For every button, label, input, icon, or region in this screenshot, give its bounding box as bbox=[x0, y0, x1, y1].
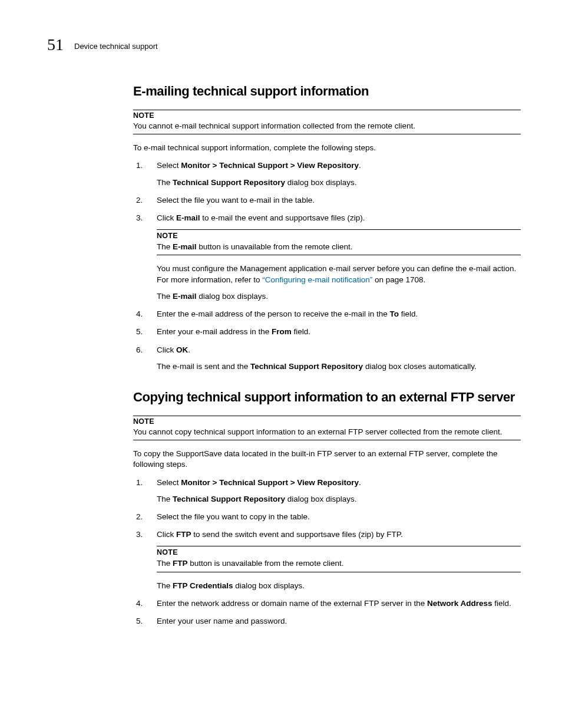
text: dialog box displays. bbox=[233, 581, 305, 590]
button-name: OK bbox=[176, 345, 188, 354]
text: The bbox=[157, 292, 173, 301]
note-label: NOTE bbox=[157, 231, 521, 241]
step-2: Select the file you want to e-mail in th… bbox=[133, 195, 521, 206]
text: dialog box displays. bbox=[197, 292, 269, 301]
text: field. bbox=[292, 327, 310, 336]
step-3: Click FTP to send the switch event and s… bbox=[133, 529, 521, 591]
running-title: Device technical support bbox=[74, 42, 158, 51]
xref-configuring-email[interactable]: “Configuring e-mail notification” bbox=[262, 275, 372, 284]
text: button is unavailable from the remote cl… bbox=[188, 559, 344, 568]
text: on page 1708. bbox=[372, 275, 425, 284]
text: Enter your e-mail address in the bbox=[157, 327, 272, 336]
step-4: Enter the e-mail address of the person t… bbox=[133, 309, 521, 319]
note-label: NOTE bbox=[133, 111, 521, 120]
heading-ftp: Copying technical support information to… bbox=[133, 390, 521, 405]
dialog-name: Technical Support Repository bbox=[173, 178, 285, 187]
field-name: To bbox=[389, 309, 399, 318]
step-6-sub: The e-mail is sent and the Technical Sup… bbox=[157, 361, 521, 372]
field-name: From bbox=[272, 327, 292, 336]
text: Click bbox=[157, 530, 176, 539]
text: button is unavailable from the remote cl… bbox=[197, 242, 353, 251]
menu-path: Monitor > Technical Support > View Repos… bbox=[181, 161, 359, 170]
note-email-button: NOTE The E-mail button is unavailable fr… bbox=[157, 229, 521, 255]
text: Enter the network address or domain name… bbox=[157, 599, 427, 608]
step-5: Enter your user name and password. bbox=[133, 616, 521, 627]
text: Click bbox=[157, 345, 176, 354]
dialog-name: Technical Support Repository bbox=[250, 362, 363, 371]
text: Select bbox=[157, 161, 181, 170]
text: dialog box closes automatically. bbox=[363, 362, 477, 371]
note-ftp-top: NOTE You cannot copy technical support i… bbox=[133, 416, 521, 440]
text: to send the switch event and supportsave… bbox=[191, 530, 403, 539]
text: dialog box displays. bbox=[285, 178, 357, 187]
note-email-top: NOTE You cannot e-mail technical support… bbox=[133, 110, 521, 134]
intro-email: To e-mail technical support information,… bbox=[133, 143, 521, 153]
step-4: Enter the network address or domain name… bbox=[133, 598, 521, 609]
field-name: Network Address bbox=[427, 599, 492, 608]
button-name: FTP bbox=[176, 530, 191, 539]
note-ftp-button: NOTE The FTP button is unavailable from … bbox=[157, 546, 521, 572]
button-name: E-mail bbox=[173, 242, 197, 251]
note-label: NOTE bbox=[133, 417, 521, 426]
note-text: The FTP button is unavailable from the r… bbox=[157, 559, 343, 568]
chapter-number: 51 bbox=[47, 35, 64, 54]
dialog-name: FTP Credentials bbox=[173, 581, 233, 590]
note-label: NOTE bbox=[157, 548, 521, 558]
step-3: Click E-mail to e-mail the event and sup… bbox=[133, 213, 521, 302]
step-3-sub2: The FTP Credentials dialog box displays. bbox=[157, 581, 521, 591]
steps-email: Select Monitor > Technical Support > Vie… bbox=[133, 160, 521, 372]
text: The bbox=[157, 242, 173, 251]
text: . bbox=[359, 478, 361, 487]
button-name: FTP bbox=[173, 559, 188, 568]
button-name: E-mail bbox=[176, 213, 200, 222]
text: Enter the e-mail address of the person t… bbox=[157, 309, 389, 318]
step-3-para: You must configure the Management applic… bbox=[157, 263, 521, 285]
step-1-sub: The Technical Support Repository dialog … bbox=[157, 177, 521, 188]
step-5: Enter your e-mail address in the From fi… bbox=[133, 327, 521, 337]
steps-ftp: Select Monitor > Technical Support > Vie… bbox=[133, 477, 521, 627]
text: The bbox=[157, 495, 173, 503]
menu-path: Monitor > Technical Support > View Repos… bbox=[181, 478, 359, 487]
text: field. bbox=[399, 309, 418, 318]
page-header: 51 Device technical support bbox=[47, 35, 521, 54]
step-6: Click OK. The e-mail is sent and the Tec… bbox=[133, 345, 521, 372]
text: . bbox=[359, 161, 361, 170]
text: Click bbox=[157, 213, 176, 222]
text: The bbox=[157, 581, 173, 590]
step-2: Select the file you want to copy in the … bbox=[133, 512, 521, 522]
text: . bbox=[188, 345, 190, 354]
text: to e-mail the event and supportsave file… bbox=[200, 213, 365, 222]
intro-ftp: To copy the SupportSave data located in … bbox=[133, 449, 521, 470]
dialog-name: Technical Support Repository bbox=[173, 495, 285, 503]
page: 51 Device technical support E-mailing te… bbox=[0, 0, 562, 680]
note-text: You cannot copy technical support inform… bbox=[133, 427, 503, 436]
text: The bbox=[157, 559, 173, 568]
step-3-sub2: The E-mail dialog box displays. bbox=[157, 291, 521, 302]
text: Select bbox=[157, 478, 181, 487]
step-1: Select Monitor > Technical Support > Vie… bbox=[133, 477, 521, 505]
dialog-name: E-mail bbox=[173, 292, 197, 301]
step-1-sub: The Technical Support Repository dialog … bbox=[157, 494, 521, 505]
text: The bbox=[157, 178, 173, 187]
content-area: E-mailing technical support information … bbox=[133, 84, 521, 627]
text: dialog box displays. bbox=[285, 495, 357, 503]
heading-emailing: E-mailing technical support information bbox=[133, 84, 521, 99]
step-1: Select Monitor > Technical Support > Vie… bbox=[133, 160, 521, 187]
text: field. bbox=[492, 599, 511, 608]
note-text: The E-mail button is unavailable from th… bbox=[157, 242, 352, 251]
note-text: You cannot e-mail technical support info… bbox=[133, 121, 415, 130]
text: The e-mail is sent and the bbox=[157, 362, 250, 371]
